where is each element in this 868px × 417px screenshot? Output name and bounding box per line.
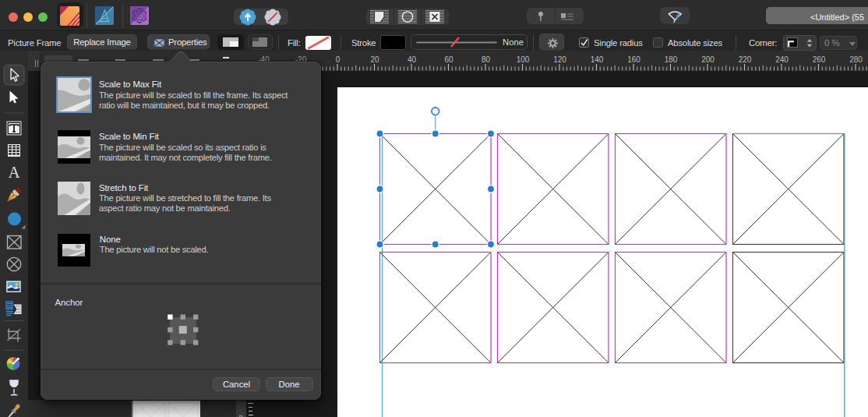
svg-text:40: 40 [408, 55, 417, 64]
svg-text:120: 120 [553, 55, 566, 64]
svg-text:280: 280 [849, 55, 863, 64]
svg-text:200: 200 [701, 55, 715, 64]
svg-text:80: 80 [482, 55, 491, 64]
svg-text:60: 60 [444, 55, 453, 64]
svg-text:260: 260 [813, 55, 826, 64]
svg-text:180: 180 [665, 55, 678, 64]
svg-text:140: 140 [591, 55, 604, 64]
svg-text:240: 240 [775, 55, 789, 64]
svg-text:A: A [8, 163, 20, 182]
svg-text:160: 160 [627, 55, 640, 64]
svg-text:100: 100 [517, 55, 530, 64]
svg-text:220: 220 [739, 55, 752, 64]
svg-text:0: 0 [336, 55, 340, 64]
svg-text:20: 20 [370, 55, 379, 64]
